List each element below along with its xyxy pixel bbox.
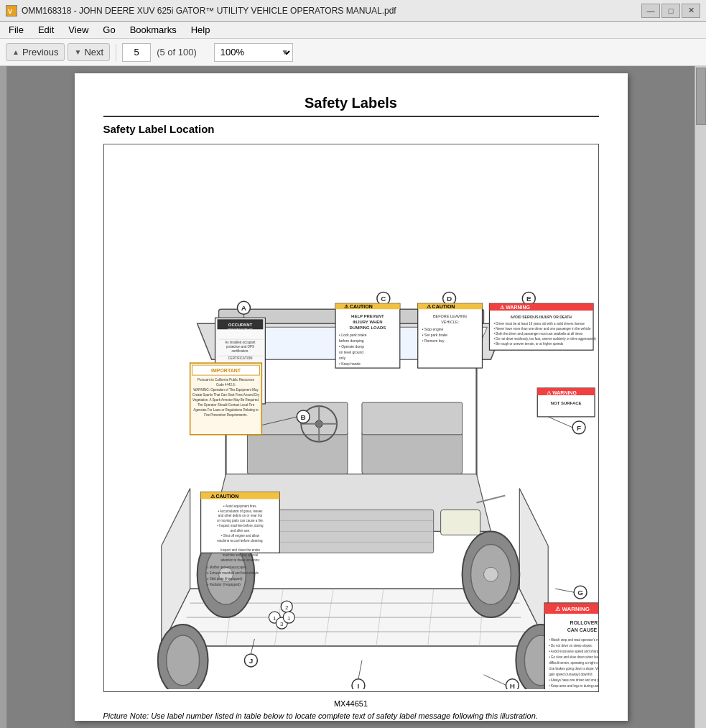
svg-text:• Avoid excessive speed and sh: • Avoid excessive speed and sharp turns. <box>549 650 598 653</box>
svg-text:④ Radiator (if equipped): ④ Radiator (if equipped) <box>205 583 241 586</box>
svg-rect-22 <box>361 431 462 474</box>
scrollbar-thumb[interactable] <box>696 68 706 125</box>
svg-text:IMPORTANT: IMPORTANT <box>211 368 241 373</box>
svg-text:• Never have more than one dri: • Never have more than one driver and on… <box>493 327 590 331</box>
svg-text:gain speed (runaway) downhill.: gain speed (runaway) downhill. <box>549 673 593 676</box>
minimize-button[interactable]: — <box>641 4 660 18</box>
svg-text:• Set park brake: • Set park brake <box>422 333 447 337</box>
diagram-container: A B C D E <box>103 144 599 692</box>
svg-text:VEHICLE:: VEHICLE: <box>441 320 459 324</box>
svg-text:CERTIFICATION: CERTIFICATION <box>228 356 252 360</box>
svg-point-44 <box>166 635 199 686</box>
svg-text:PROTECTIVE: PROTECTIVE <box>227 328 252 332</box>
svg-text:⚠ WARNING: ⚠ WARNING <box>500 305 530 310</box>
svg-text:• Do not drive on steep slopes: • Do not drive on steep slopes. <box>549 644 593 648</box>
menu-bookmarks[interactable]: Bookmarks <box>124 23 182 37</box>
svg-text:⚠ WARNING: ⚠ WARNING <box>547 390 577 395</box>
toolbar: ▲ Previous ▼ Next (5 of 100) 100% 50% 75… <box>0 39 706 66</box>
svg-text:protection and OPS: protection and OPS <box>226 345 254 349</box>
prev-label: Previous <box>22 47 59 57</box>
svg-text:⚠ WARNING: ⚠ WARNING <box>555 606 590 612</box>
menu-bar: File Edit View Go Bookmarks Help <box>0 22 706 39</box>
svg-text:⚠ CAUTION: ⚠ CAUTION <box>344 304 373 309</box>
svg-text:Create Sparks That Can Start F: Create Sparks That Can Start Fires Aroun… <box>192 393 259 397</box>
svg-text:HELP PREVENT: HELP PREVENT <box>351 314 384 318</box>
content-area: Safety Labels Safety Label Location <box>0 66 706 728</box>
svg-point-42 <box>483 567 498 581</box>
svg-text:Agencies For Laws or Regulatio: Agencies For Laws or Regulations Relatin… <box>193 408 259 412</box>
svg-text:D: D <box>447 295 452 303</box>
svg-text:J: J <box>249 657 253 665</box>
svg-text:or moving parts can cause a fi: or moving parts can cause a fire. <box>217 519 264 522</box>
svg-text:• Stop engine: • Stop engine <box>422 327 443 331</box>
svg-text:G: G <box>577 589 583 596</box>
svg-text:• Lock park brake: • Lock park brake <box>339 333 367 337</box>
svg-text:before dumping: before dumping <box>339 338 364 343</box>
window-controls: — □ ✕ <box>641 4 700 18</box>
svg-text:Inspect and clean the entire: Inspect and clean the entire <box>220 548 259 552</box>
svg-text:attention to these locations:: attention to these locations: <box>220 558 259 562</box>
svg-text:machine and pay special: machine and pay special <box>222 553 257 557</box>
title-bar: V OMM168318 - JOHN DEERE XUV 625i GATOR™… <box>0 0 706 22</box>
pdf-page-title: Safety Labels <box>103 95 599 117</box>
maximize-button[interactable]: □ <box>661 4 680 18</box>
page-input[interactable] <box>122 43 151 62</box>
svg-text:• Keep arms and legs in during: • Keep arms and legs in during use. <box>549 684 598 688</box>
title-bar-left: V OMM168318 - JOHN DEERE XUV 625i GATOR™… <box>6 5 396 17</box>
svg-text:F: F <box>577 424 581 432</box>
svg-text:1: 1 <box>273 615 277 622</box>
close-button[interactable]: ✕ <box>682 4 700 18</box>
svg-rect-24 <box>361 402 462 435</box>
svg-text:CAN CAUSE INJURY OR DEATH: CAN CAUSE INJURY OR DEATH <box>567 627 598 632</box>
svg-text:• Be rough or uneven terrain, : • Be rough or uneven terrain, or at high… <box>493 342 563 346</box>
next-button[interactable]: ▼ Next <box>68 43 110 61</box>
svg-text:STRUCTURE: STRUCTURE <box>228 333 252 337</box>
svg-text:INJURY WHEN: INJURY WHEN <box>353 320 382 324</box>
scrollbar[interactable] <box>695 66 706 728</box>
toolbar-separator <box>116 44 116 61</box>
menu-edit[interactable]: Edit <box>32 23 60 37</box>
svg-text:WARNING: Operation of This Equ: WARNING: Operation of This Equipment May <box>193 388 259 392</box>
svg-text:V: V <box>8 8 12 15</box>
menu-go[interactable]: Go <box>97 23 121 37</box>
next-arrow-icon: ▼ <box>74 48 81 56</box>
pdf-area[interactable]: Safety Labels Safety Label Location <box>7 66 695 728</box>
svg-text:• Always have one driver and o: • Always have one driver and one passeng… <box>549 678 598 682</box>
svg-text:• Both the driver and passenge: • Both the driver and passenger must use… <box>493 332 583 336</box>
svg-text:Fire Prevention Requirements.: Fire Prevention Requirements. <box>204 413 248 417</box>
svg-text:B: B <box>300 413 305 421</box>
zoom-select[interactable]: 100% 50% 75% 125% 150% 200% <box>214 43 293 62</box>
svg-text:⚠ CAUTION: ⚠ CAUTION <box>210 494 238 499</box>
svg-text:1: 1 <box>287 615 291 622</box>
svg-text:• Watch step and read operator: • Watch step and read operator's manual … <box>549 638 598 642</box>
svg-text:2: 2 <box>285 604 289 611</box>
menu-file[interactable]: File <box>3 23 29 37</box>
svg-text:• Operate dump: • Operate dump <box>339 344 364 349</box>
svg-text:ROLLOVER OR FALLING OFF: ROLLOVER OR FALLING OFF <box>570 620 598 625</box>
svg-text:• Remove key: • Remove key <box>422 338 444 343</box>
svg-text:and other debris on or near ho: and other debris on or near hot <box>218 514 262 517</box>
page-info: (5 of 100) <box>157 47 197 57</box>
pdf-section-subtitle: Safety Label Location <box>103 123 599 135</box>
svg-text:• Inspect machine before, duri: • Inspect machine before, during <box>217 524 264 527</box>
svg-text:Vegetation. A Spark Arrestor M: Vegetation. A Spark Arrestor May Be Requ… <box>192 398 259 402</box>
left-panel <box>0 66 7 728</box>
svg-text:① Muffler and exhaust pipes: ① Muffler and exhaust pipes <box>205 566 246 569</box>
svg-text:③ Skid plate (if equipped): ③ Skid plate (if equipped) <box>205 577 242 581</box>
prev-button[interactable]: ▲ Previous <box>6 43 65 61</box>
vehicle-diagram: A B C D E <box>104 144 598 689</box>
svg-text:As installed occupant: As installed occupant <box>225 341 256 344</box>
svg-text:and after use.: and after use. <box>230 529 249 533</box>
svg-text:② Exhaust manifold and heat sh: ② Exhaust manifold and heat shields <box>205 571 259 575</box>
svg-text:• Accumulation of grass, leave: • Accumulation of grass, leaves <box>218 510 263 513</box>
svg-text:machine to cool before cleanin: machine to cool before cleaning. <box>217 539 263 543</box>
svg-text:A: A <box>241 304 246 312</box>
menu-view[interactable]: View <box>62 23 94 37</box>
svg-text:certification.: certification. <box>231 349 249 353</box>
menu-help[interactable]: Help <box>185 23 216 37</box>
svg-text:• Keep hands: • Keep hands <box>339 361 361 366</box>
svg-text:Pursuant to California Public : Pursuant to California Public Resources <box>198 378 255 382</box>
svg-text:• Go slow and slow down when l: • Go slow and slow down when loaded. In <box>549 655 598 659</box>
svg-text:The Operator Should Contact Lo: The Operator Should Contact Local Fire <box>197 403 254 407</box>
svg-text:• Avoid equipment fires.: • Avoid equipment fires. <box>223 504 257 508</box>
